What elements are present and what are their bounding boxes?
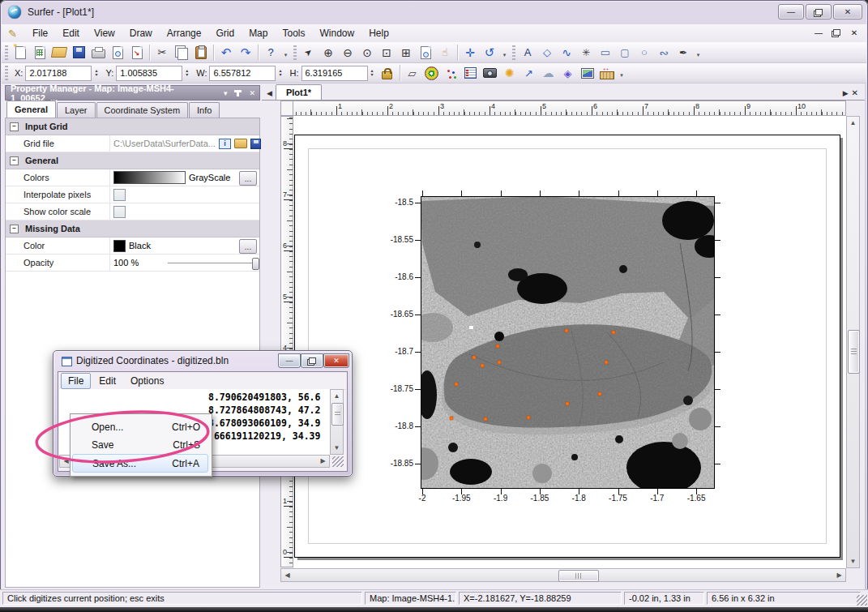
- zoom-fit-button[interactable]: ⊞: [397, 44, 415, 62]
- plot-canvas[interactable]: -18.5-18.55-18.6-18.65-18.7-18.75-18.8-1…: [293, 116, 846, 568]
- show-color-scale-row[interactable]: Show color scale: [6, 203, 259, 220]
- black-color-swatch[interactable]: [113, 240, 126, 252]
- title-bar[interactable]: Surfer - [Plot1*] — ✕: [0, 0, 868, 24]
- dialog-menu-edit[interactable]: Edit: [92, 374, 122, 388]
- base-map-button[interactable]: ▱: [404, 64, 421, 82]
- vertical-scroll-thumb[interactable]: [848, 330, 860, 374]
- vector-map-button[interactable]: ↗: [520, 64, 538, 82]
- contour-map-button[interactable]: [423, 64, 441, 82]
- dialog-restore-button[interactable]: [301, 353, 323, 368]
- collapse-icon[interactable]: −: [10, 225, 19, 233]
- menu-file[interactable]: File: [25, 25, 55, 41]
- scroll-down-icon[interactable]: ▼: [847, 555, 859, 567]
- toolbar-overflow-icon[interactable]: ▾: [618, 65, 626, 81]
- menu-view[interactable]: View: [87, 25, 122, 41]
- collapse-icon[interactable]: −: [10, 156, 19, 165]
- spinner-icon[interactable]: ▴▾: [186, 69, 188, 77]
- resize-grip[interactable]: [857, 595, 867, 606]
- spinner-icon[interactable]: ▴▾: [279, 69, 281, 77]
- toolbar-overflow-icon[interactable]: ▾: [694, 45, 703, 61]
- h-input[interactable]: 6.319165: [301, 66, 368, 81]
- ellipse-button[interactable]: ○: [635, 44, 653, 62]
- digitized-coordinates-dialog[interactable]: Digitized Coordinates - digitized.bln — …: [53, 350, 353, 477]
- dock-menu-icon[interactable]: ▾: [224, 89, 228, 97]
- missing-color-browse-button[interactable]: ...: [239, 239, 257, 254]
- symbol-button[interactable]: ✳: [577, 44, 595, 62]
- help-pointer-button[interactable]: ?: [262, 44, 280, 62]
- wireframe-button[interactable]: ◈: [559, 64, 577, 82]
- zoom-in-button[interactable]: ⊕: [319, 44, 337, 62]
- show-color-scale-checkbox[interactable]: [113, 206, 126, 218]
- mdi-minimize-button[interactable]: —: [813, 27, 824, 38]
- open-button[interactable]: [50, 44, 68, 62]
- grid-info-icon[interactable]: i: [219, 139, 231, 149]
- spinner-icon[interactable]: ▴▾: [95, 69, 97, 77]
- export-button[interactable]: [128, 44, 146, 62]
- rectangle-button[interactable]: ▭: [596, 44, 614, 62]
- polygon-button[interactable]: ◇: [538, 44, 556, 62]
- dialog-resize-grip[interactable]: [332, 456, 344, 467]
- toolbar-handle[interactable]: [5, 45, 8, 60]
- menu-tools[interactable]: Tools: [275, 25, 312, 41]
- menu-draw[interactable]: Draw: [122, 25, 160, 41]
- scroll-up-icon[interactable]: ▲: [847, 117, 859, 129]
- new-worksheet-button[interactable]: [31, 44, 49, 62]
- tab-close-icon[interactable]: ✕: [852, 88, 858, 97]
- dialog-vscroll-thumb[interactable]: [331, 403, 344, 426]
- toolbar-overflow-icon[interactable]: ▾: [500, 45, 509, 61]
- interpolate-pixels-row[interactable]: Interpolate pixels: [6, 186, 259, 203]
- surface-map-button[interactable]: [579, 64, 596, 82]
- menu-item-save-as[interactable]: Save As...Ctrl+A: [72, 454, 208, 473]
- scroll-up-icon[interactable]: ▲: [331, 390, 343, 402]
- tab-coordinate-system[interactable]: Coordinate System: [96, 102, 189, 118]
- menu-item-open[interactable]: Open...Ctrl+O: [72, 417, 208, 436]
- interpolate-pixels-checkbox[interactable]: [113, 189, 126, 201]
- vertical-scrollbar[interactable]: ▲ ▼: [846, 116, 860, 568]
- opacity-slider-track[interactable]: [168, 263, 257, 263]
- colors-browse-button[interactable]: ...: [239, 171, 257, 186]
- close-button[interactable]: ✕: [833, 4, 862, 19]
- section-missing-data[interactable]: − Missing Data: [6, 220, 259, 238]
- menu-edit[interactable]: Edit: [55, 25, 87, 41]
- panel-close-icon[interactable]: ✕: [249, 89, 255, 97]
- menu-grid[interactable]: Grid: [208, 25, 242, 41]
- horizontal-scroll-thumb[interactable]: [558, 570, 599, 582]
- minimize-button[interactable]: —: [778, 4, 804, 19]
- pin-icon[interactable]: [237, 90, 239, 96]
- post-map-button[interactable]: [443, 64, 460, 82]
- print-preview-button[interactable]: [109, 44, 126, 62]
- section-general[interactable]: − General: [6, 152, 259, 169]
- lock-aspect-button[interactable]: [378, 64, 396, 82]
- paste-button[interactable]: [192, 44, 210, 62]
- rotate-button[interactable]: ↺: [481, 44, 498, 62]
- toolbar-overflow-icon[interactable]: ▾: [281, 45, 290, 61]
- new-file-button[interactable]: [11, 44, 29, 62]
- toolbar-handle[interactable]: [5, 66, 8, 80]
- copy-button[interactable]: [173, 44, 190, 62]
- grayscale-gradient-swatch[interactable]: [113, 171, 186, 184]
- zoom-rectangle-button[interactable]: ⊡: [378, 44, 396, 62]
- print-button[interactable]: [89, 44, 107, 62]
- scroll-left-icon[interactable]: ◀: [281, 569, 293, 581]
- spline-button[interactable]: ∾: [655, 44, 673, 62]
- cut-button[interactable]: ✂: [153, 44, 171, 62]
- menu-arrange[interactable]: Arrange: [160, 25, 209, 41]
- save-grid-icon[interactable]: [250, 139, 261, 149]
- grid-values-button[interactable]: ☁: [540, 64, 558, 82]
- horizontal-scrollbar[interactable]: ◀ ▶: [280, 568, 846, 582]
- dialog-menu-file[interactable]: File: [61, 373, 91, 389]
- menu-item-save[interactable]: SaveCtrl+S: [72, 435, 208, 454]
- restore-button[interactable]: [806, 4, 832, 19]
- section-input-grid[interactable]: − Input Grid: [6, 118, 259, 135]
- tab-layer[interactable]: Layer: [57, 102, 96, 118]
- digitize-pen-button[interactable]: ✒: [674, 44, 692, 62]
- rounded-rectangle-button[interactable]: ▢: [616, 44, 634, 62]
- x-input[interactable]: 2.017188: [25, 66, 92, 81]
- plot-tab[interactable]: Plot1*: [276, 84, 322, 100]
- redo-button[interactable]: ↷: [237, 44, 254, 62]
- map-image[interactable]: [421, 196, 715, 489]
- y-input[interactable]: 1.005835: [116, 66, 182, 81]
- menu-map[interactable]: Map: [242, 25, 275, 41]
- zoom-out-button[interactable]: ⊖: [339, 44, 357, 62]
- classed-post-map-button[interactable]: [462, 64, 480, 82]
